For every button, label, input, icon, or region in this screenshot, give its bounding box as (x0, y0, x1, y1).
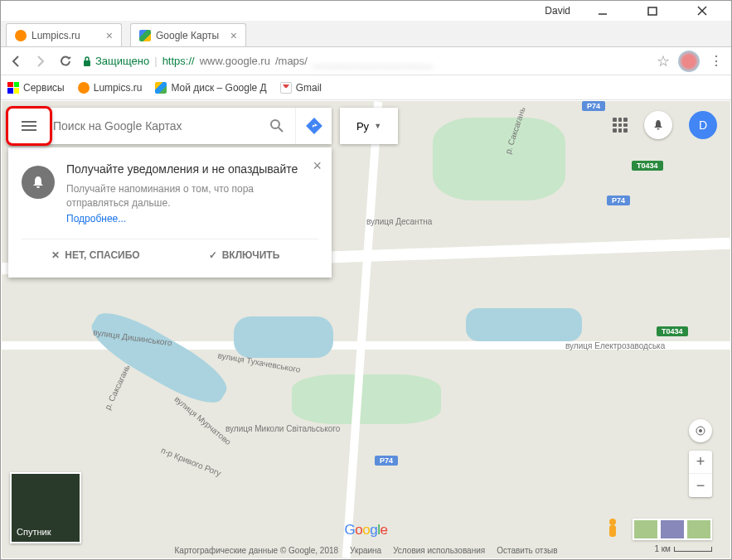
route-badge: P74 (375, 456, 398, 466)
street-label: вулиця Мурчатово (172, 394, 232, 447)
search-input[interactable] (50, 119, 259, 133)
imagery-carousel[interactable] (633, 519, 712, 540)
tabs-bar: Lumpics.ru × Google Карты × (1, 21, 731, 47)
notification-more-link[interactable]: Подробнее... (66, 213, 126, 224)
accept-button[interactable]: ✓ВКЛЮЧИТЬ (170, 239, 318, 271)
terms-link[interactable]: Условия использования (393, 546, 485, 555)
apps-icon (7, 82, 19, 94)
lock-icon (82, 56, 92, 67)
notification-title: Получайте уведомления и не опаздывайте (66, 162, 318, 176)
search-box (8, 108, 332, 144)
notification-card: × Получайте уведомления и не опаздывайте… (8, 147, 332, 278)
browser-menu-button[interactable]: ⋮ (708, 53, 725, 70)
search-icon (269, 118, 284, 133)
street-label: вулиця Миколи Світальського (225, 424, 340, 433)
window-title-bar: David (1, 1, 731, 21)
route-badge: T0434 (657, 326, 688, 336)
address-bar: Защищено | https://www.google.ru/maps/__… (1, 47, 731, 75)
svg-line-6 (279, 128, 283, 132)
back-button[interactable] (7, 53, 24, 70)
decline-button[interactable]: ✕НЕТ, СПАСИБО (22, 239, 170, 271)
street-label: вулиця Десантна (366, 217, 432, 226)
map-data-label: Картографические данные © Google, 2018 (175, 546, 339, 555)
tab-label: Lumpics.ru (32, 30, 80, 41)
scale-indicator: 1 км (654, 544, 712, 553)
my-location-button[interactable] (689, 419, 712, 442)
check-icon: ✓ (209, 249, 217, 261)
search-button[interactable] (259, 108, 295, 144)
svg-point-10 (609, 519, 616, 525)
svg-rect-1 (648, 7, 657, 15)
minimize-button[interactable] (585, 3, 620, 18)
tab-google-maps[interactable]: Google Карты × (130, 23, 246, 46)
svg-rect-11 (609, 525, 616, 537)
bookmark-apps[interactable]: Сервисы (7, 82, 65, 94)
bookmark-gmail[interactable]: Gmail (280, 82, 322, 94)
secure-indicator: Защищено (82, 55, 149, 67)
pegman-icon (603, 517, 623, 542)
directions-icon (305, 117, 323, 135)
bell-icon (652, 118, 665, 132)
zoom-in-button[interactable]: + (689, 451, 712, 474)
feedback-link[interactable]: Оставить отзыв (497, 546, 557, 555)
language-selector[interactable]: Ру ▼ (340, 108, 398, 144)
close-icon: ✕ (51, 249, 60, 261)
favicon-maps-icon (139, 30, 151, 41)
reload-button[interactable] (57, 53, 74, 70)
svg-point-5 (271, 120, 279, 128)
close-notification-button[interactable]: × (313, 157, 322, 175)
bookmark-drive[interactable]: Мой диск – Google Д (155, 82, 266, 94)
attribution-bar: Картографические данные © Google, 2018 У… (175, 546, 558, 555)
street-label: п-р Кривого Рогу (160, 446, 223, 478)
profile-avatar[interactable] (678, 51, 700, 72)
svg-rect-4 (84, 60, 90, 66)
favicon-drive-icon (155, 82, 167, 94)
zoom-control: + − (689, 451, 712, 497)
map-viewport[interactable]: р. Саксаганьвулиця Десантнавулиця Дишинс… (2, 101, 730, 558)
route-badge: P74 (582, 101, 605, 111)
forward-button[interactable] (32, 53, 49, 70)
pegman-button[interactable] (603, 517, 623, 542)
svg-point-9 (699, 429, 702, 432)
route-badge: P74 (607, 196, 630, 205)
country-label: Украина (350, 546, 381, 555)
notifications-button[interactable] (644, 111, 672, 139)
main-menu-button[interactable] (8, 109, 50, 143)
chevron-down-icon: ▼ (374, 122, 381, 130)
account-button[interactable]: D (689, 111, 717, 139)
highlight-annotation (6, 106, 52, 146)
tab-lumpics[interactable]: Lumpics.ru × (6, 23, 122, 46)
url-field[interactable]: Защищено | https://www.google.ru/maps/__… (82, 52, 670, 70)
target-icon (694, 424, 707, 437)
street-label: вулиця Електрозаводська (565, 341, 665, 350)
window-user-label: David (545, 5, 570, 17)
google-logo: Google (345, 522, 388, 538)
satellite-toggle[interactable]: Спутник (10, 472, 81, 543)
close-window-button[interactable] (685, 3, 720, 18)
notification-body: Получайте напоминания о том, что пора от… (66, 182, 318, 210)
favicon-orange-icon (15, 30, 27, 41)
street-label: р. Саксагань (103, 364, 132, 412)
close-tab-icon[interactable]: × (230, 29, 237, 42)
zoom-out-button[interactable]: − (689, 474, 712, 497)
route-badge: T0434 (632, 161, 663, 171)
bookmark-lumpics[interactable]: Lumpics.ru (78, 82, 143, 94)
favicon-gmail-icon (280, 82, 292, 94)
directions-button[interactable] (295, 108, 332, 144)
favicon-orange-icon (78, 82, 90, 94)
maximize-button[interactable] (635, 3, 670, 18)
bookmarks-bar: Сервисы Lumpics.ru Мой диск – Google Д G… (1, 75, 731, 100)
close-tab-icon[interactable]: × (106, 29, 113, 42)
google-apps-button[interactable] (613, 118, 628, 133)
tab-label: Google Карты (156, 30, 219, 41)
bell-icon (22, 166, 55, 199)
bookmark-star-icon[interactable]: ☆ (657, 52, 670, 70)
